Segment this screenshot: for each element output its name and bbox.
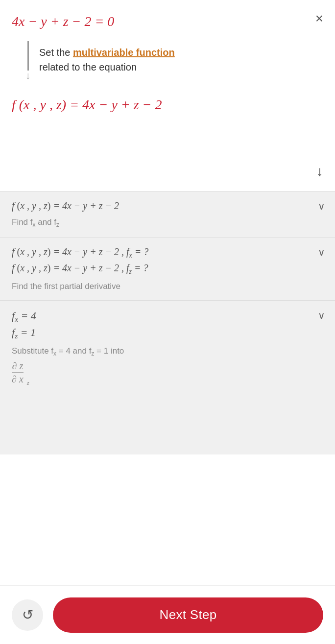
result-function-text: f (x , y , z) = 4x − y + z − 2 xyxy=(12,97,162,113)
bottom-section: ∨ f (x , y , z) = 4x − y + z − 2 Find fx… xyxy=(0,191,335,454)
block1-instruction: Find fx and fz xyxy=(12,217,323,228)
step-desc-plain: Set the xyxy=(39,47,73,58)
top-section: 4x − y + z − 2 = 0 × ↓ Set the multivari… xyxy=(0,0,335,191)
collapse-toggle-1[interactable]: ∨ xyxy=(318,200,325,212)
collapse-block-1: ∨ f (x , y , z) = 4x − y + z − 2 Find fx… xyxy=(0,191,335,237)
collapse-toggle-3[interactable]: ∨ xyxy=(318,310,325,321)
scroll-down-button[interactable]: ↓ xyxy=(316,164,323,179)
step-indicator: ↓ Set the multivariable function related… xyxy=(25,41,323,80)
close-button[interactable]: × xyxy=(315,12,323,25)
block2-formula-line1: f (x , y , z) = 4x − y + z − 2 , fx = ? xyxy=(12,246,323,260)
step-desc-end: related to the equation xyxy=(39,62,137,72)
multivariable-function-link[interactable]: multivariable function xyxy=(73,47,175,58)
step-line-bar xyxy=(27,41,29,71)
block3-result2: fz = 1 xyxy=(12,326,323,340)
replay-icon: ↺ xyxy=(22,607,33,623)
block2-instruction: Find the first partial derivative xyxy=(12,282,323,291)
collapse-toggle-2[interactable]: ∨ xyxy=(318,246,325,258)
replay-button[interactable]: ↺ xyxy=(12,599,43,631)
down-arrow-indicator: ↓ xyxy=(25,71,30,80)
collapse-block-2: ∨ f (x , y , z) = 4x − y + z − 2 , fx = … xyxy=(0,237,335,300)
block2-formula-line2: f (x , y , z) = 4x − y + z − 2 , fz = ? xyxy=(12,262,323,276)
result-function: f (x , y , z) = 4x − y + z − 2 xyxy=(12,97,162,113)
step-description: Set the multivariable function related t… xyxy=(39,45,175,80)
step-line: ↓ xyxy=(25,41,30,80)
block3-instruction: Substitute fx = 4 and fz = 1 into xyxy=(12,346,323,357)
block1-formula: f (x , y , z) = 4x − y + z − 2 xyxy=(12,200,323,212)
next-step-button[interactable]: Next Step xyxy=(53,597,323,633)
equation-title: 4x − y + z − 2 = 0 xyxy=(12,14,323,29)
block3-result1: fx = 4 xyxy=(12,310,323,324)
block3-partial: ∂ z ∂ x z xyxy=(12,360,323,387)
collapse-block-3: ∨ fx = 4 fz = 1 Substitute fx = 4 and fz… xyxy=(0,300,335,395)
bottom-bar: ↺ Next Step xyxy=(0,585,335,644)
